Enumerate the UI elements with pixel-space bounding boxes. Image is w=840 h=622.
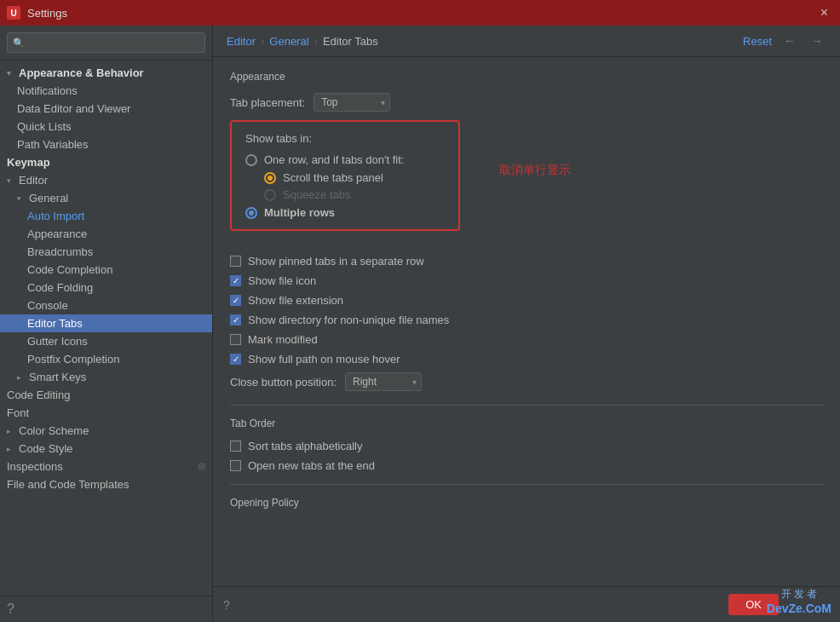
sidebar-item-path-variables[interactable]: Path Variables <box>0 135 212 153</box>
checkbox-icon-mark-modified <box>230 334 241 345</box>
radio-circle-scroll <box>264 172 276 184</box>
sidebar-label: Auto Import <box>27 210 84 222</box>
sidebar-label: Appearance & Behavior <box>19 66 144 79</box>
sidebar-label: Smart Keys <box>29 371 86 383</box>
sidebar-item-inspections[interactable]: Inspections ⊞ <box>0 458 212 475</box>
sidebar-label: Inspections <box>7 460 63 473</box>
sidebar-item-font[interactable]: Font <box>0 404 212 422</box>
checkbox-open-end[interactable]: Open new tabs at the end <box>230 459 823 472</box>
sidebar-item-appearance[interactable]: Appearance <box>0 225 212 243</box>
radio-group: One row, and if tabs don't fit: Scroll t… <box>245 153 445 219</box>
breadcrumb-sep-1: › <box>261 35 264 48</box>
sidebar-label: Code Completion <box>27 263 112 276</box>
sidebar-label: Code Folding <box>27 281 93 294</box>
sidebar-item-code-style[interactable]: Code Style <box>0 440 212 458</box>
sidebar-item-general[interactable]: General <box>0 189 212 207</box>
checkbox-label-open-end: Open new tabs at the end <box>248 459 375 472</box>
checkbox-icon-open-end <box>230 460 241 471</box>
radio-scroll[interactable]: Scroll the tabs panel <box>264 171 445 184</box>
search-icon: 🔍 <box>13 37 25 49</box>
tab-placement-select-wrapper: Top Bottom Left Right None ▾ <box>314 93 390 112</box>
app-icon: U <box>7 6 20 20</box>
sidebar-item-code-folding[interactable]: Code Folding <box>0 279 212 297</box>
checkbox-show-pinned[interactable]: Show pinned tabs in a separate row <box>230 255 823 268</box>
radio-label-one-row: One row, and if tabs don't fit: <box>264 153 404 166</box>
back-button[interactable]: ← <box>780 32 799 49</box>
radio-one-row[interactable]: One row, and if tabs don't fit: <box>245 153 445 166</box>
appearance-section-title: Appearance <box>230 71 823 83</box>
tab-placement-select[interactable]: Top Bottom Left Right None <box>314 93 390 112</box>
checkbox-sort-alpha[interactable]: Sort tabs alphabetically <box>230 440 823 452</box>
sidebar-item-appearance-behavior[interactable]: ▾ Appearance & Behavior <box>0 64 212 82</box>
sidebar-item-gutter-icons[interactable]: Gutter Icons <box>0 332 212 350</box>
sidebar-item-data-editor[interactable]: Data Editor and Viewer <box>0 100 212 118</box>
radio-squeeze[interactable]: Squeeze tabs <box>264 188 445 201</box>
radio-multiple-rows[interactable]: Multiple rows <box>245 206 445 219</box>
sidebar-item-color-scheme[interactable]: Color Scheme <box>0 422 212 440</box>
title-bar: U Settings × <box>0 0 840 26</box>
section-divider-2 <box>230 484 823 485</box>
checkbox-show-directory[interactable]: Show directory for non-unique file names <box>230 314 823 326</box>
sidebar-item-smart-keys[interactable]: Smart Keys <box>0 368 212 386</box>
sidebar-label: File and Code Templates <box>7 478 129 491</box>
sidebar-item-code-editing[interactable]: Code Editing <box>0 386 212 404</box>
forward-button[interactable]: → <box>808 32 826 49</box>
checkbox-icon-show-file-ext <box>230 295 241 306</box>
sidebar-label: General <box>29 192 68 204</box>
checkbox-icon-show-file-icon <box>230 275 241 286</box>
title-bar-left: U Settings <box>7 6 67 20</box>
sidebar-item-quick-lists[interactable]: Quick Lists <box>0 118 212 135</box>
checkbox-label-show-full-path: Show full path on mouse hover <box>248 353 400 366</box>
breadcrumb-sep-2: › <box>314 35 318 48</box>
checkbox-show-full-path[interactable]: Show full path on mouse hover <box>230 353 823 366</box>
annotation-text: 取消单行显示 <box>499 163 571 178</box>
sidebar-label: Path Variables <box>17 138 89 151</box>
sidebar-label: Notifications <box>17 84 78 97</box>
checkbox-mark-modified[interactable]: Mark modified <box>230 333 823 346</box>
content-header: Editor › General › Editor Tabs Reset ← → <box>213 26 840 57</box>
checkbox-label-show-directory: Show directory for non-unique file names <box>248 314 449 326</box>
sidebar-label: Color Scheme <box>19 424 89 437</box>
footer: ? OK 开 发 者 DevZe.CoM <box>213 586 840 622</box>
arrow-icon: ▾ <box>7 69 15 78</box>
reset-button[interactable]: Reset <box>743 35 772 48</box>
checkbox-icon-show-directory <box>230 314 241 325</box>
sidebar-item-auto-import[interactable]: Auto Import <box>0 207 212 225</box>
help-button[interactable]: ? <box>223 598 230 612</box>
breadcrumb-general[interactable]: General <box>269 35 308 48</box>
sidebar-item-editor-tabs[interactable]: Editor Tabs <box>0 314 212 332</box>
sidebar-item-notifications[interactable]: Notifications <box>0 82 212 100</box>
sidebar-item-postfix-completion[interactable]: Postfix Completion <box>0 350 212 368</box>
breadcrumb-editor[interactable]: Editor <box>227 35 256 48</box>
sidebar-label: Editor Tabs <box>27 317 83 330</box>
close-button[interactable]: × <box>815 3 833 22</box>
sidebar-item-keymap[interactable]: Keymap <box>0 153 212 171</box>
sidebar-label: Console <box>27 299 68 312</box>
breadcrumb-current: Editor Tabs <box>323 35 378 48</box>
checkbox-icon-show-pinned <box>230 256 241 267</box>
search-input[interactable] <box>7 32 205 53</box>
sidebar-item-console[interactable]: Console <box>0 297 212 314</box>
sidebar-help[interactable]: ? <box>0 596 212 622</box>
sidebar-label: Gutter Icons <box>27 335 88 348</box>
tab-placement-label: Tab placement: <box>230 96 305 109</box>
checkbox-label-mark-modified: Mark modified <box>248 333 318 346</box>
radio-circle-multiple-rows <box>245 207 257 219</box>
sidebar-item-breadcrumbs[interactable]: Breadcrumbs <box>0 243 212 261</box>
checkbox-icon-sort-alpha <box>230 441 241 452</box>
arrow-icon <box>7 427 15 435</box>
sidebar-item-file-templates[interactable]: File and Code Templates <box>0 475 212 493</box>
sidebar-label: Postfix Completion <box>27 353 119 366</box>
close-button-select[interactable]: Right Left None <box>345 372 422 391</box>
checkbox-show-file-icon[interactable]: Show file icon <box>230 274 823 287</box>
section-divider-1 <box>230 405 823 406</box>
sidebar-item-code-completion[interactable]: Code Completion <box>0 261 212 279</box>
arrow-icon <box>7 176 15 185</box>
close-button-row: Close button position: Right Left None ▾ <box>230 372 823 391</box>
sidebar-label: Quick Lists <box>17 120 72 133</box>
checkbox-label-show-file-icon: Show file icon <box>248 274 316 287</box>
sidebar-item-editor[interactable]: Editor <box>0 171 212 189</box>
checkbox-show-file-ext[interactable]: Show file extension <box>230 294 823 307</box>
search-box: 🔍 <box>0 26 212 60</box>
radio-circle-one-row <box>245 154 257 166</box>
